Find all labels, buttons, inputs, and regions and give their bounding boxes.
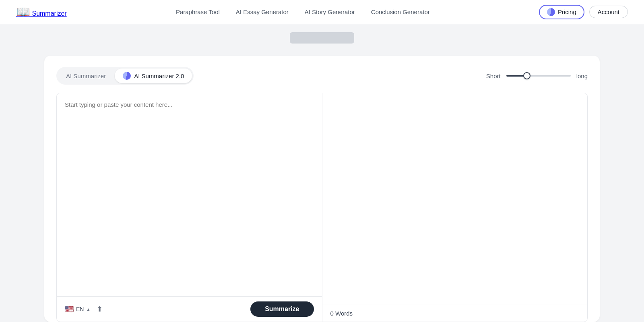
nav-link-paraphrase[interactable]: Paraphrase Tool bbox=[176, 8, 220, 15]
mode-v2-button[interactable]: AI Summarizer 2.0 bbox=[115, 69, 192, 83]
top-bar-placeholder bbox=[290, 32, 354, 44]
mode-v1-button[interactable]: AI Summarizer bbox=[58, 69, 114, 83]
output-area bbox=[322, 93, 588, 305]
page-body: AI Summarizer AI Summarizer 2.0 Short lo… bbox=[0, 24, 644, 322]
tool-card: AI Summarizer AI Summarizer 2.0 Short lo… bbox=[44, 56, 600, 322]
length-slider[interactable] bbox=[506, 75, 571, 77]
logo[interactable]: 📖 Summarizer bbox=[16, 5, 67, 19]
v2-icon bbox=[123, 72, 131, 80]
nav-links: Paraphrase Tool AI Essay Generator AI St… bbox=[176, 8, 430, 15]
output-bottom-bar: 0 Words bbox=[322, 305, 588, 322]
flag-icon: 🇺🇸 bbox=[65, 305, 74, 314]
word-count: 0 Words bbox=[330, 310, 353, 317]
chevron-up-icon: ▲ bbox=[86, 307, 90, 312]
summarize-button[interactable]: Summarize bbox=[250, 301, 314, 317]
length-long-label: long bbox=[576, 73, 588, 79]
nav-actions: Pricing Account bbox=[539, 5, 628, 19]
input-bottom-bar: 🇺🇸 EN ▲ ⬆ Summarize bbox=[57, 296, 322, 322]
logo-icon: 📖 bbox=[16, 6, 30, 18]
logo-text: Summarizer bbox=[32, 10, 66, 17]
mode-v2-label: AI Summarizer 2.0 bbox=[134, 73, 184, 79]
output-panel: 0 Words bbox=[322, 93, 588, 322]
input-textarea[interactable] bbox=[57, 93, 322, 296]
language-selector[interactable]: 🇺🇸 EN ▲ bbox=[65, 305, 90, 314]
pricing-label: Pricing bbox=[558, 8, 576, 15]
nav-link-story[interactable]: AI Story Generator bbox=[305, 8, 355, 15]
length-short-label: Short bbox=[486, 73, 501, 79]
nav-link-conclusion[interactable]: Conclusion Generator bbox=[371, 8, 430, 15]
navigation: 📖 Summarizer Paraphrase Tool AI Essay Ge… bbox=[0, 0, 644, 24]
nav-link-essay[interactable]: AI Essay Generator bbox=[236, 8, 289, 15]
input-panel: 🇺🇸 EN ▲ ⬆ Summarize bbox=[57, 93, 322, 322]
length-control: Short long bbox=[486, 73, 588, 79]
mode-toggle: AI Summarizer AI Summarizer 2.0 bbox=[56, 67, 194, 85]
pricing-button[interactable]: Pricing bbox=[539, 5, 584, 19]
pricing-icon bbox=[547, 8, 555, 16]
controls-row: AI Summarizer AI Summarizer 2.0 Short lo… bbox=[56, 67, 588, 85]
lang-code: EN bbox=[76, 306, 84, 312]
account-button[interactable]: Account bbox=[589, 6, 628, 18]
bottom-left-controls: 🇺🇸 EN ▲ ⬆ bbox=[65, 305, 103, 314]
editor-area: 🇺🇸 EN ▲ ⬆ Summarize 0 Words bbox=[56, 93, 588, 322]
upload-icon[interactable]: ⬆ bbox=[97, 305, 103, 314]
